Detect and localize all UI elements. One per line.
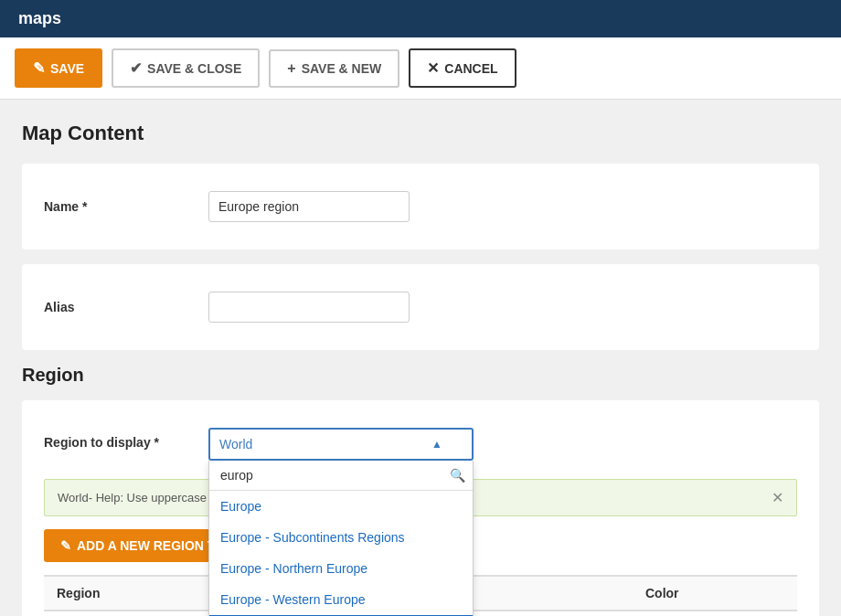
search-icon: 🔍 [450, 468, 465, 483]
region-dropdown-value: World [219, 437, 252, 451]
region-card: Region to display * World ▲ 🔍 Europe [22, 400, 819, 616]
region-section-title: Region [22, 365, 819, 386]
save-close-button[interactable]: ✔ SAVE & CLOSE [112, 48, 260, 88]
save-button[interactable]: ✎ SAVE [15, 48, 102, 88]
cancel-icon: ✕ [427, 59, 439, 77]
help-text: World- Help: Use uppercase l [58, 491, 213, 504]
toolbar: ✎ SAVE ✔ SAVE & CLOSE + SAVE & NEW ✕ CAN… [0, 37, 841, 100]
main-content: Map Content Name * Alias Region Region t… [0, 100, 841, 616]
region-dropdown-panel: 🔍 Europe Europe - Subcontinents Regions … [208, 461, 474, 616]
save-new-label: SAVE & NEW [302, 61, 382, 76]
plus-icon: + [287, 60, 295, 77]
app-title: maps [18, 9, 61, 27]
region-to-display-label: Region to display * [44, 428, 208, 450]
alias-input[interactable] [208, 292, 410, 323]
page-title: Map Content [22, 122, 819, 145]
save-label: SAVE [50, 61, 84, 76]
add-region-button[interactable]: ✎ ADD A NEW REGION T [44, 529, 231, 562]
app-header: maps [0, 0, 841, 37]
name-row: Name * [44, 182, 797, 231]
region-dropdown-container: World ▲ 🔍 Europe Europe - Subcontinents … [208, 428, 474, 461]
save-new-button[interactable]: + SAVE & NEW [269, 49, 399, 88]
add-region-label: ADD A NEW REGION T [77, 538, 215, 553]
help-bar-close-button[interactable]: ✕ [772, 489, 783, 506]
cancel-button[interactable]: ✕ CANCEL [409, 48, 516, 88]
dropdown-option-europe-western[interactable]: Europe - Western Europe [209, 584, 473, 615]
save-icon: ✎ [33, 59, 45, 77]
name-card: Name * [22, 164, 819, 250]
check-icon: ✔ [130, 59, 142, 77]
region-dropdown-selected[interactable]: World ▲ [208, 428, 474, 461]
table-col-color: Color [633, 577, 797, 610]
dropdown-option-europe[interactable]: Europe [209, 491, 473, 522]
alias-card: Alias [22, 264, 819, 350]
add-region-icon: ✎ [60, 538, 71, 553]
chevron-up-icon: ▲ [431, 438, 442, 451]
dropdown-search-row: 🔍 [209, 461, 473, 491]
dropdown-option-europe-subcontinents[interactable]: Europe - Subcontinents Regions [209, 522, 473, 553]
name-input[interactable] [208, 191, 410, 222]
alias-row: Alias [44, 282, 797, 332]
save-close-label: SAVE & CLOSE [147, 61, 241, 76]
cancel-label: CANCEL [444, 61, 497, 76]
region-to-display-row: Region to display * World ▲ 🔍 Europe [44, 419, 797, 470]
name-label: Name * [44, 199, 208, 214]
alias-label: Alias [44, 300, 208, 314]
dropdown-search-input[interactable] [217, 464, 450, 486]
dropdown-option-europe-northern[interactable]: Europe - Northern Europe [209, 553, 473, 584]
